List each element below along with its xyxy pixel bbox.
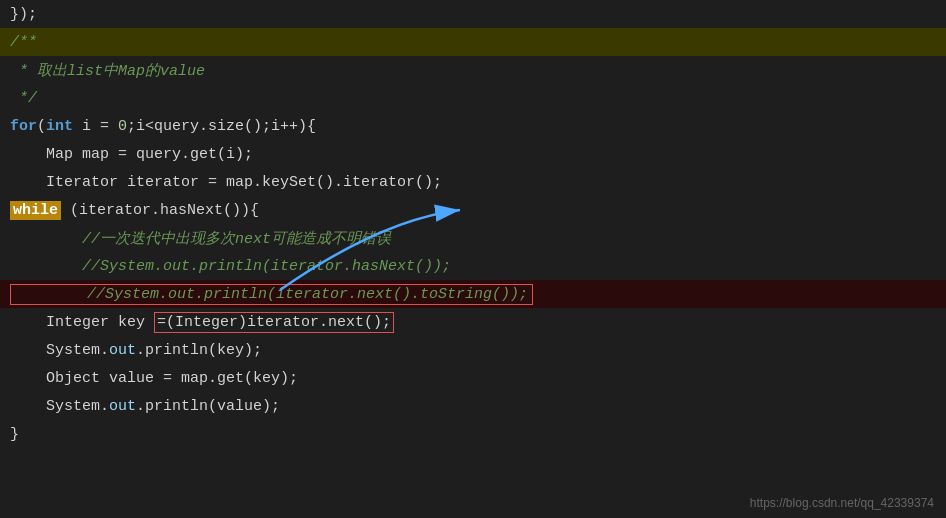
code-text: System. [10,398,109,415]
code-text: */ [10,90,37,107]
code-line-6: Map map = query.get(i); [0,140,946,168]
code-line-9: //一次迭代中出现多次next可能造成不明错误 [0,224,946,252]
code-text: i = [73,118,118,135]
code-text: System. [10,342,109,359]
code-text: (iterator.hasNext()){ [61,202,259,219]
code-line-5: for(int i = 0;i<query.size();i++){ [0,112,946,140]
code-text: Map map = query.get(i); [10,146,253,163]
code-line-8: while (iterator.hasNext()){ [0,196,946,224]
keyword-int: int [46,118,73,135]
code-text: //System.out.println(iterator.hasNext())… [10,258,451,275]
code-line-3: * 取出list中Map的value [0,56,946,84]
keyword-while: while [10,201,61,220]
code-out2: out [109,398,136,415]
code-text: /** [10,34,37,51]
code-text: Object value = map.get(key); [10,370,298,387]
code-container: }); /** * 取出list中Map的value */ for(int i … [0,0,946,518]
code-line-2: /** [0,28,946,56]
code-line-13: System.out.println(key); [0,336,946,364]
code-text: }); [10,6,37,23]
code-text: * 取出list中Map的value [10,61,205,80]
code-out: out [109,342,136,359]
code-text: } [10,426,19,443]
code-line-1: }); [0,0,946,28]
code-line-11: //System.out.println(iterator.next().toS… [0,280,946,308]
code-line-10: //System.out.println(iterator.hasNext())… [0,252,946,280]
code-text: //一次迭代中出现多次next可能造成不明错误 [10,229,391,248]
keyword-for: for [10,118,37,135]
code-line-7: Iterator iterator = map.keySet().iterato… [0,168,946,196]
code-line-4: */ [0,84,946,112]
code-text: ;i<query.size();i++){ [127,118,316,135]
watermark: https://blog.csdn.net/qq_42339374 [750,496,934,510]
code-line-12: Integer key =(Integer)iterator.next(); [0,308,946,336]
code-text: ( [37,118,46,135]
code-text: .println(value); [136,398,280,415]
code-text: .println(key); [136,342,262,359]
code-number: 0 [118,118,127,135]
code-text-boxed: //System.out.println(iterator.next().toS… [10,284,533,305]
code-text: Integer key [10,314,154,331]
code-line-16: } [0,420,946,448]
code-line-14: Object value = map.get(key); [0,364,946,392]
code-line-15: System.out.println(value); [0,392,946,420]
code-text-box2: =(Integer)iterator.next(); [154,312,394,333]
code-text: Iterator iterator = map.keySet().iterato… [10,174,442,191]
